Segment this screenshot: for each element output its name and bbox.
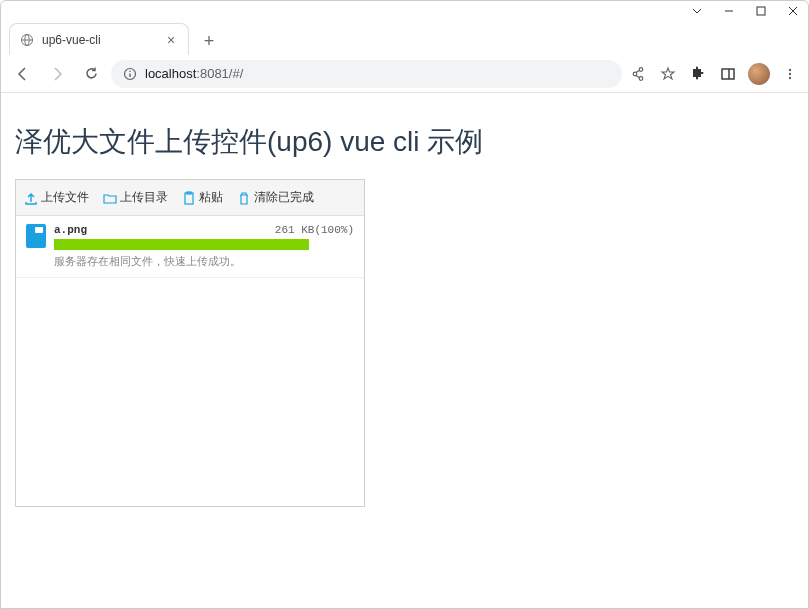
close-window-icon[interactable] <box>786 4 800 18</box>
page-content: 泽优大文件上传控件(up6) vue cli 示例 上传文件 上传目录 粘贴 <box>1 93 808 608</box>
tab-title: up6-vue-cli <box>42 33 156 47</box>
url-host: localhost <box>145 66 196 81</box>
svg-rect-13 <box>722 69 734 79</box>
info-icon[interactable] <box>123 67 137 81</box>
svg-rect-18 <box>185 193 193 204</box>
dropdown-icon[interactable] <box>690 4 704 18</box>
file-name: a.png <box>54 224 87 236</box>
upload-dir-label: 上传目录 <box>120 189 168 206</box>
file-item: a.png 261 KB(100%) 服务器存在相同文件，快速上传成功。 <box>16 216 364 278</box>
star-icon[interactable] <box>658 64 678 84</box>
paste-label: 粘贴 <box>199 189 223 206</box>
url-text: localhost:8081/#/ <box>145 66 243 81</box>
tab-strip: up6-vue-cli × + <box>1 19 808 55</box>
folder-icon <box>103 191 117 205</box>
page-title: 泽优大文件上传控件(up6) vue cli 示例 <box>15 123 794 161</box>
upload-file-icon <box>24 191 38 205</box>
trash-icon <box>237 191 251 205</box>
menu-icon[interactable] <box>780 64 800 84</box>
globe-icon <box>20 33 34 47</box>
svg-point-11 <box>633 72 637 76</box>
profile-avatar[interactable] <box>748 63 770 85</box>
clear-label: 清除已完成 <box>254 189 314 206</box>
maximize-icon[interactable] <box>754 4 768 18</box>
uploader-file-list[interactable]: a.png 261 KB(100%) 服务器存在相同文件，快速上传成功。 <box>16 216 364 506</box>
new-tab-button[interactable]: + <box>195 27 223 55</box>
reload-button[interactable] <box>77 60 105 88</box>
window-controls <box>1 1 808 19</box>
svg-point-12 <box>639 76 643 80</box>
address-bar[interactable]: localhost:8081/#/ <box>111 60 622 88</box>
svg-point-9 <box>129 70 131 72</box>
clipboard-icon <box>182 191 196 205</box>
file-status: 服务器存在相同文件，快速上传成功。 <box>54 254 354 269</box>
browser-tab[interactable]: up6-vue-cli × <box>9 23 189 55</box>
upload-file-label: 上传文件 <box>41 189 89 206</box>
forward-button[interactable] <box>43 60 71 88</box>
panel-icon[interactable] <box>718 64 738 84</box>
share-icon[interactable] <box>628 64 648 84</box>
toolbar-right <box>628 63 800 85</box>
url-path: :8081/#/ <box>196 66 243 81</box>
paste-button[interactable]: 粘贴 <box>182 189 223 206</box>
extensions-icon[interactable] <box>688 64 708 84</box>
file-info: a.png 261 KB(100%) 服务器存在相同文件，快速上传成功。 <box>54 224 354 269</box>
svg-point-17 <box>789 76 791 78</box>
file-type-icon <box>26 224 46 248</box>
svg-point-10 <box>639 67 643 71</box>
clear-button[interactable]: 清除已完成 <box>237 189 314 206</box>
back-button[interactable] <box>9 60 37 88</box>
svg-point-16 <box>789 72 791 74</box>
svg-point-15 <box>789 68 791 70</box>
close-tab-icon[interactable]: × <box>164 33 178 47</box>
file-size: 261 KB(100%) <box>275 224 354 236</box>
file-header: a.png 261 KB(100%) <box>54 224 354 236</box>
progress-bar <box>54 239 309 250</box>
svg-rect-1 <box>757 7 765 15</box>
upload-file-button[interactable]: 上传文件 <box>24 189 89 206</box>
upload-dir-button[interactable]: 上传目录 <box>103 189 168 206</box>
minimize-icon[interactable] <box>722 4 736 18</box>
browser-toolbar: localhost:8081/#/ <box>1 55 808 93</box>
uploader-widget: 上传文件 上传目录 粘贴 清除已完成 <box>15 179 365 507</box>
uploader-toolbar: 上传文件 上传目录 粘贴 清除已完成 <box>16 180 364 216</box>
